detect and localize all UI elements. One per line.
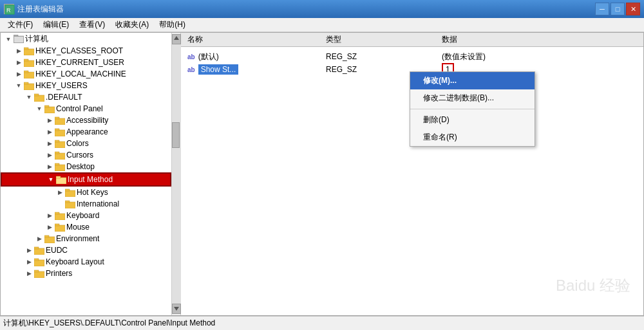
expander-cursors[interactable]: ▶ <box>44 150 55 160</box>
tree-item-hotkeys[interactable]: ▶ Hot Keys <box>1 187 171 198</box>
tree-item-eudc[interactable]: ▶ EUDC <box>1 244 171 256</box>
hotkeys-folder-icon <box>65 188 75 197</box>
tree-item-environment[interactable]: ▶ Environment <box>1 233 171 244</box>
menu-favorites[interactable]: 收藏夹(A) <box>110 18 154 32</box>
svg-rect-30 <box>65 189 70 191</box>
tree-item-colors[interactable]: ▶ Colors <box>1 138 171 149</box>
maximize-button[interactable]: □ <box>611 3 625 15</box>
row-name-default: ab (默认) <box>187 51 326 62</box>
expander-controlpanel[interactable]: ▼ <box>34 104 44 114</box>
colors-folder-icon <box>55 140 65 148</box>
expander-computer[interactable]: ▼ <box>3 34 14 44</box>
row-name-showstr: ab Show St... <box>187 64 326 75</box>
svg-rect-25 <box>55 165 65 171</box>
expander-colors[interactable]: ▶ <box>44 138 55 149</box>
tree-label-inputmethod: Input Method <box>68 175 113 184</box>
tree-item-hklm[interactable]: ▶ HKEY_LOCAL_MACHINE <box>1 68 171 80</box>
expander-hkcr[interactable]: ▶ <box>14 46 24 56</box>
expander-environment[interactable]: ▶ <box>34 234 44 244</box>
tree-label-hku: HKEY_USERS <box>35 81 88 90</box>
main-content: ▼ 计算机 ▶ HKEY_CLASSES_ROOT <box>0 32 644 316</box>
scroll-thumb[interactable] <box>172 122 180 148</box>
tree-label-desktop: Desktop <box>66 162 95 171</box>
svg-text:R: R <box>6 7 11 14</box>
menu-view[interactable]: 查看(V) <box>74 18 110 32</box>
tree-item-computer[interactable]: ▼ 计算机 <box>1 33 171 45</box>
expander-default[interactable]: ▼ <box>24 92 34 102</box>
window-title: 注册表编辑器 <box>17 4 64 15</box>
menu-edit[interactable]: 编辑(E) <box>38 18 74 32</box>
svg-rect-11 <box>24 84 34 90</box>
tree-item-accessibility[interactable]: ▶ Accessibility <box>1 115 171 126</box>
table-row[interactable]: ab (默认) REG_SZ (数值未设置) <box>184 50 640 63</box>
ctx-item-delete[interactable]: 删除(D) <box>410 111 535 129</box>
tree-item-default[interactable]: ▼ .DEFAULT <box>1 91 171 103</box>
expander-keyboardlayout[interactable]: ▶ <box>24 257 34 267</box>
svg-rect-12 <box>24 82 28 84</box>
scroll-down-arrow[interactable] <box>172 304 181 314</box>
svg-rect-43 <box>34 271 44 278</box>
tree-item-controlpanel[interactable]: ▼ Control Panel <box>1 103 171 115</box>
tree-item-hkcu[interactable]: ▶ HKEY_CURRENT_USER <box>1 57 171 68</box>
expander-accessibility[interactable]: ▶ <box>44 115 55 125</box>
tree-item-keyboardlayout[interactable]: ▶ Keyboard Layout <box>1 256 171 268</box>
context-menu: 修改(M)... 修改二进制数据(B)... 删除(D) 重命名(R) <box>410 71 535 147</box>
row-data-default: (数值未设置) <box>442 51 637 62</box>
menu-help[interactable]: 帮助(H) <box>154 18 191 32</box>
tree-item-hku[interactable]: ▼ HKEY_USERS <box>1 80 171 91</box>
expander-hklm[interactable]: ▶ <box>14 69 24 79</box>
tree-item-inputmethod[interactable]: ▼ Input Method <box>1 172 171 187</box>
inputmethod-folder-icon <box>56 176 66 184</box>
row-type-default: REG_SZ <box>326 52 442 61</box>
svg-rect-26 <box>55 163 59 165</box>
tree-item-keyboard[interactable]: ▶ Keyboard <box>1 210 171 221</box>
tree-label-controlpanel: Control Panel <box>56 104 103 113</box>
row-label-default: (默认) <box>198 51 219 62</box>
ctx-item-rename[interactable]: 重命名(R) <box>410 129 535 146</box>
close-button[interactable]: ✕ <box>626 3 640 15</box>
svg-rect-15 <box>44 107 55 113</box>
scroll-up-arrow[interactable] <box>172 34 181 44</box>
svg-rect-16 <box>44 105 49 107</box>
tree-item-international[interactable]: International <box>1 198 171 210</box>
ctx-separator <box>410 109 535 109</box>
controlpanel-folder-icon <box>44 105 55 113</box>
expander-keyboard[interactable]: ▶ <box>44 210 55 221</box>
ctx-item-modify[interactable]: 修改(M)... <box>410 72 535 89</box>
expander-printers[interactable]: ▶ <box>24 268 34 279</box>
window-controls: ─ □ ✕ <box>595 3 640 15</box>
tree-label-colors: Colors <box>66 139 89 148</box>
expander-appearance[interactable]: ▶ <box>44 127 55 137</box>
svg-rect-18 <box>55 117 59 119</box>
expander-desktop[interactable]: ▶ <box>44 161 55 172</box>
tree-scrollbar[interactable] <box>171 33 180 315</box>
ctx-item-modify-binary[interactable]: 修改二进制数据(B)... <box>410 89 535 107</box>
tree-item-cursors[interactable]: ▶ Cursors <box>1 149 171 161</box>
tree-label-accessibility: Accessibility <box>66 116 108 125</box>
menu-file[interactable]: 文件(F) <box>3 18 38 32</box>
svg-rect-17 <box>55 118 65 125</box>
expander-eudc[interactable]: ▶ <box>24 245 34 255</box>
tree-panel: ▼ 计算机 ▶ HKEY_CLASSES_ROOT <box>1 33 181 315</box>
tree-item-desktop[interactable]: ▶ Desktop <box>1 161 171 172</box>
scroll-track[interactable] <box>172 44 181 304</box>
expander-hotkeys[interactable]: ▶ <box>55 187 65 197</box>
expander-international[interactable] <box>55 199 65 209</box>
appearance-folder-icon <box>55 128 65 136</box>
minimize-button[interactable]: ─ <box>595 3 609 15</box>
tree-item-appearance[interactable]: ▶ Appearance <box>1 126 171 138</box>
tree-item-mouse[interactable]: ▶ Mouse <box>1 221 171 233</box>
computer-icon <box>14 35 24 43</box>
tree-label-hklm: HKEY_LOCAL_MACHINE <box>35 69 126 78</box>
row-data-value-default: (数值未设置) <box>442 52 486 61</box>
expander-hkcu[interactable]: ▶ <box>14 57 24 68</box>
cursors-folder-icon <box>55 151 65 160</box>
tree-item-hkcr[interactable]: ▶ HKEY_CLASSES_ROOT <box>1 45 171 57</box>
svg-rect-20 <box>55 129 59 131</box>
tree-item-printers[interactable]: ▶ Printers <box>1 268 171 279</box>
expander-hku[interactable]: ▼ <box>14 80 24 91</box>
tree-label-mouse: Mouse <box>66 223 90 232</box>
expander-inputmethod[interactable]: ▼ <box>46 174 56 185</box>
expander-mouse[interactable]: ▶ <box>44 222 55 232</box>
mouse-folder-icon <box>55 223 65 232</box>
